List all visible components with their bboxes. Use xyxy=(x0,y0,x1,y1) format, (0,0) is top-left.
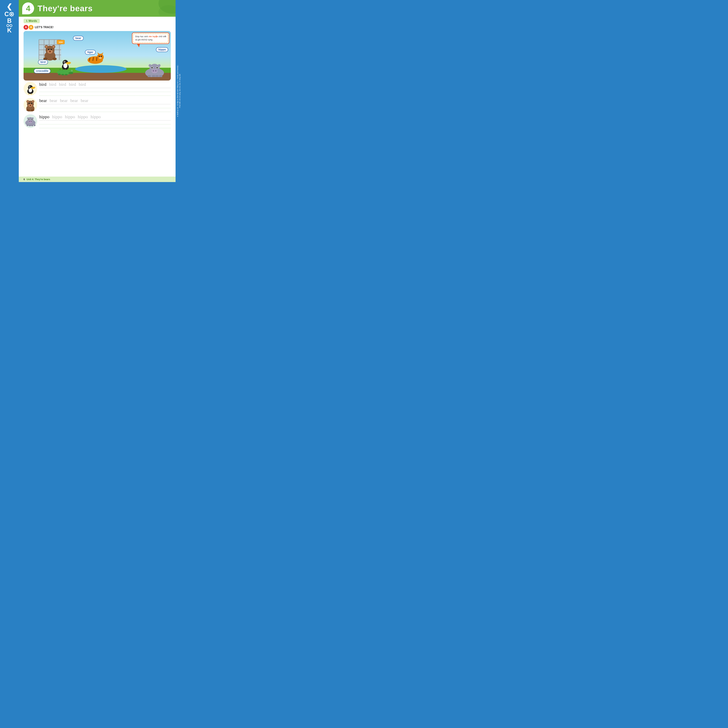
svg-rect-113 xyxy=(34,125,35,126)
section-label: I. Words xyxy=(23,19,40,23)
gear-icon xyxy=(9,12,14,17)
hippo-word-faint-3: hippo xyxy=(78,114,88,119)
zoo-scene: zoo xyxy=(23,31,171,81)
zoo-label-bear: bear xyxy=(73,36,84,41)
svg-point-109 xyxy=(32,118,34,119)
vertical-text: ● Build-up 1B - Có đáp án (theo bộ sách … xyxy=(177,65,181,117)
bear-trace-line-2 xyxy=(39,105,171,108)
bear-trace-icon xyxy=(24,99,36,112)
tracing-row-bird: bird bird bird bird bird xyxy=(23,82,171,96)
page-title: They're bears xyxy=(38,4,93,13)
svg-point-59 xyxy=(151,67,153,69)
hippo-trace-line-2 xyxy=(39,121,171,124)
unit-number-container: 4 xyxy=(22,2,34,14)
sidebar: ❮ C B K xyxy=(0,0,19,182)
page-header: 4 They're bears xyxy=(19,0,176,17)
svg-rect-4 xyxy=(9,14,10,14)
bird-word-faint-4: bird xyxy=(79,82,86,87)
svg-point-27 xyxy=(48,49,49,50)
ccbook-logo: ❮ C B K xyxy=(5,3,14,33)
bird-circle xyxy=(23,82,37,96)
bear-trace-lines: bear bear bear bear bear xyxy=(39,98,171,112)
logo-k: K xyxy=(7,28,12,33)
hippo-word-faint-4: hippo xyxy=(90,114,101,119)
hippo-trace-lines: hippo hippo hippo hippo hippo xyxy=(39,114,171,128)
svg-point-102 xyxy=(29,121,30,122)
svg-point-55 xyxy=(153,70,154,72)
hippo-trace-icon xyxy=(24,116,37,126)
svg-point-56 xyxy=(155,70,156,72)
bird-trace-line-1: bird bird bird bird bird xyxy=(39,82,171,88)
hippo-trace-line-3 xyxy=(39,125,171,128)
svg-point-61 xyxy=(148,64,151,67)
svg-point-37 xyxy=(64,61,65,63)
svg-point-97 xyxy=(26,109,30,111)
svg-point-31 xyxy=(52,58,57,60)
svg-point-25 xyxy=(52,46,55,48)
tracing-section: bird bird bird bird bird xyxy=(23,82,171,128)
svg-point-98 xyxy=(31,109,34,111)
logo-b: B xyxy=(7,18,12,23)
lets-trace-header: A A LET'S TRACE! xyxy=(23,25,171,30)
svg-point-95 xyxy=(31,103,32,104)
hippo-word-faint-1: hippo xyxy=(52,114,62,119)
callout-text: Giúp học sinh rèn luyện chữ viết và ghi … xyxy=(135,35,166,41)
bear-word-faint-4: bear xyxy=(81,98,89,103)
svg-point-28 xyxy=(50,49,52,50)
footer-unit-text: Unit 4: They're bears xyxy=(27,178,50,180)
section-label-text: I. Words xyxy=(26,20,37,22)
hippo-word-faint-2: hippo xyxy=(65,114,75,119)
logo-o1 xyxy=(6,24,9,27)
bear-trace-line-3 xyxy=(39,109,171,112)
svg-point-54 xyxy=(151,69,158,73)
svg-point-38 xyxy=(64,61,64,62)
svg-point-29 xyxy=(49,50,51,52)
zoo-label-bird: bird xyxy=(38,60,48,64)
svg-point-101 xyxy=(28,121,32,123)
bird-word-faint-3: bird xyxy=(69,82,76,87)
water-area xyxy=(75,65,127,73)
page-number: 6 xyxy=(23,178,25,180)
svg-rect-110 xyxy=(27,125,28,126)
tracing-row-bear: bear bear bear bear bear xyxy=(23,98,171,112)
svg-point-94 xyxy=(29,103,30,104)
page-footer: 6 Unit 4: They're bears xyxy=(19,177,176,182)
svg-marker-72 xyxy=(60,69,61,70)
bear-circle xyxy=(23,98,37,112)
svg-point-49 xyxy=(99,57,102,59)
svg-point-106 xyxy=(28,119,29,120)
svg-rect-65 xyxy=(155,75,159,77)
svg-line-85 xyxy=(28,93,29,95)
bear-word-faint-1: bear xyxy=(50,98,57,103)
hippo-illustration xyxy=(144,62,166,77)
croc-illustration xyxy=(56,67,73,75)
callout-highlight: rèn luyện xyxy=(149,35,158,38)
a-badge-red: A xyxy=(23,25,28,30)
aa-badge: A A xyxy=(23,25,34,30)
bird-trace-line-3 xyxy=(39,92,171,96)
bear-word-faint-3: bear xyxy=(70,98,78,103)
svg-point-103 xyxy=(31,121,32,122)
svg-marker-73 xyxy=(62,69,64,70)
logo-c1: C xyxy=(5,11,9,18)
bird-word-faint-1: bird xyxy=(49,82,56,87)
zoo-label-hippo: hippo xyxy=(156,47,168,52)
lets-trace-text: LET'S TRACE! xyxy=(35,26,54,29)
callout-box: Giúp học sinh rèn luyện chữ viết và ghi … xyxy=(132,32,170,44)
callout-arrow xyxy=(137,43,140,47)
main-content: 4 They're bears I. Words A xyxy=(19,0,176,182)
svg-rect-3 xyxy=(11,15,12,17)
svg-point-84 xyxy=(29,88,32,92)
svg-rect-112 xyxy=(31,125,33,126)
hippo-word-solid: hippo xyxy=(39,114,49,119)
bird-trace-lines: bird bird bird bird bird xyxy=(39,82,171,96)
svg-rect-66 xyxy=(159,75,162,77)
svg-point-83 xyxy=(29,87,30,87)
svg-point-48 xyxy=(101,56,102,57)
svg-rect-5 xyxy=(13,14,14,14)
hippo-trace-line-1: hippo hippo hippo hippo hippo xyxy=(39,114,171,121)
svg-point-71 xyxy=(72,70,72,71)
right-sidebar: ● Build-up 1B - Có đáp án (theo bộ sách … xyxy=(176,0,182,182)
bird-word-faint-2: bird xyxy=(59,82,66,87)
svg-marker-74 xyxy=(64,69,66,70)
